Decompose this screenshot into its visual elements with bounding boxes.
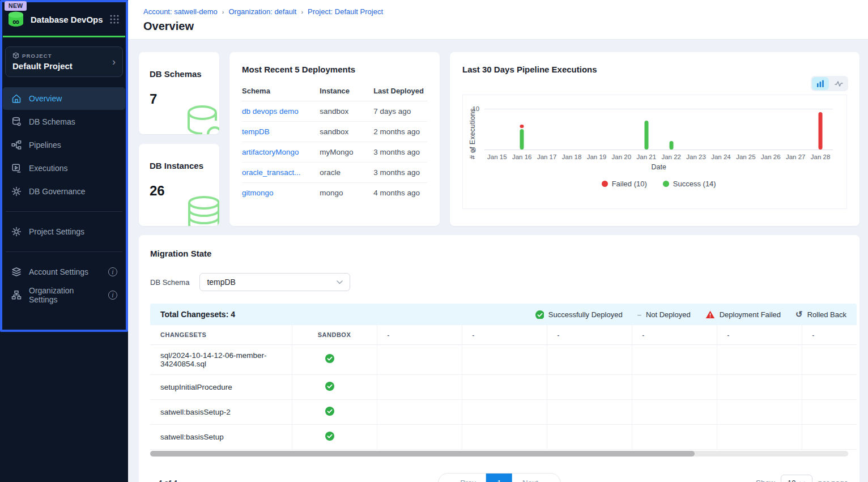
changesets-summary-bar: Total Changesets: 4 Successfully Deploye… xyxy=(150,304,857,325)
chart-slot xyxy=(509,109,534,150)
column-header: Instance xyxy=(320,82,373,101)
cube-icon xyxy=(12,52,19,59)
sidebar-nav-project: Project Settings xyxy=(0,220,128,243)
schema-link[interactable]: tempDB xyxy=(242,127,270,136)
next-page-button[interactable]: Next → xyxy=(512,474,560,482)
chart-slot xyxy=(584,109,609,150)
last-deployed-cell: 2 months ago xyxy=(373,122,427,142)
breadcrumb-organization[interactable]: Organization: default xyxy=(228,7,296,16)
recent-deployments-card: Most Recent 5 Deployments Schema Instanc… xyxy=(229,52,440,226)
legend-item[interactable]: Success (14) xyxy=(663,180,716,188)
last-deployed-cell: 4 months ago xyxy=(373,183,427,203)
project-label: PROJECT xyxy=(22,53,52,59)
chart-slot xyxy=(709,109,734,150)
empty-cell xyxy=(632,344,717,374)
x-tick: Jan 15 xyxy=(484,153,509,160)
line-chart-toggle-button[interactable] xyxy=(830,77,847,90)
last-deployed-cell: 7 days ago xyxy=(373,101,427,122)
gear-icon xyxy=(11,227,22,237)
changeset-name: setupInitialProcedure xyxy=(150,374,292,399)
chart-slot xyxy=(758,109,783,150)
check-circle-icon xyxy=(325,410,335,418)
bar-chart-toggle-button[interactable] xyxy=(812,77,829,90)
db-schema-select[interactable]: tempDB xyxy=(199,273,350,291)
pagination: 4 of 4 ← Prev 1 Next → Show 10 xyxy=(150,473,848,482)
sidebar-item-db-governance[interactable]: DB Governance xyxy=(3,180,125,203)
sandbox-status-cell xyxy=(292,374,377,399)
home-icon xyxy=(11,93,22,104)
schema-link[interactable]: oracle_transact... xyxy=(242,168,301,177)
instance-cell: myMongo xyxy=(320,142,373,163)
stat-label: DB Schemas xyxy=(150,69,219,79)
nav-divider xyxy=(6,251,122,252)
sidebar-nav: OverviewDB SchemasPipelinesExecutionsDB … xyxy=(0,87,128,203)
info-icon[interactable]: i xyxy=(108,291,117,300)
breadcrumb-account[interactable]: Account: satwell-demo xyxy=(143,7,218,16)
x-tick: Jan 28 xyxy=(808,153,833,160)
empty-cell xyxy=(802,374,857,399)
page-size-select[interactable]: 10 xyxy=(781,475,812,482)
sidebar-item-overview[interactable]: Overview xyxy=(3,87,125,110)
check-circle-icon xyxy=(325,434,335,443)
column-header: - xyxy=(377,325,462,344)
changesets-table: CHANGESETSSANDBOX------ sql/2024-10-14-1… xyxy=(150,325,857,450)
card-title: Most Recent 5 Deployments xyxy=(242,65,427,74)
sidebar-item-label: DB Schemas xyxy=(29,117,125,126)
sidebar-item-label: DB Governance xyxy=(29,187,125,196)
empty-cell xyxy=(462,374,547,399)
column-header: - xyxy=(547,325,632,344)
pipeline-icon xyxy=(11,140,22,150)
empty-cell xyxy=(377,374,462,399)
project-name: Default Project xyxy=(12,61,112,71)
prev-page-button[interactable]: ← Prev xyxy=(439,474,486,482)
schema-link[interactable]: db devops demo xyxy=(242,107,299,116)
schema-link[interactable]: gitmongo xyxy=(242,189,274,197)
app-grid-icon[interactable] xyxy=(109,14,120,25)
new-badge: NEW xyxy=(5,1,27,11)
sidebar-item-organization-settings[interactable]: Organization Settingsi xyxy=(3,284,125,306)
sidebar-item-db-schemas[interactable]: DB Schemas xyxy=(3,110,125,133)
status-legend: Successfully Deployed–Not DeployedDeploy… xyxy=(535,309,846,319)
empty-cell xyxy=(377,344,462,374)
column-header: Schema xyxy=(242,82,320,101)
db-schema-selected-value: tempDB xyxy=(207,278,337,287)
sidebar-item-project-settings[interactable]: Project Settings xyxy=(3,220,125,243)
chart-slot xyxy=(808,109,833,150)
chart-bars-area: 10 0 xyxy=(484,109,833,150)
x-tick: Jan 18 xyxy=(559,153,584,160)
empty-cell xyxy=(377,399,462,424)
breadcrumb: Account: satwell-demo › Organization: de… xyxy=(143,7,868,16)
org-icon xyxy=(11,290,22,300)
check-circle-icon xyxy=(325,357,335,365)
page-number-button[interactable]: 1 xyxy=(486,474,512,482)
sidebar-item-executions[interactable]: Executions xyxy=(3,157,125,180)
schema-link[interactable]: artifactoryMongo xyxy=(242,148,299,156)
sidebar-item-account-settings[interactable]: Account Settingsi xyxy=(3,261,125,283)
changeset-name: satwell:basisSetup-2 xyxy=(150,399,292,424)
last-deployed-cell: 3 months ago xyxy=(373,163,427,183)
legend-item[interactable]: Failed (10) xyxy=(602,180,647,188)
empty-cell xyxy=(377,424,462,449)
scrollbar-thumb[interactable] xyxy=(150,451,695,457)
status-legend-item: –Not Deployed xyxy=(637,310,691,319)
dash-icon: – xyxy=(637,310,641,319)
info-icon[interactable]: i xyxy=(108,267,117,276)
chart-title: Last 30 Days Pipeline Executions xyxy=(462,65,847,74)
check-icon xyxy=(535,310,544,319)
changeset-row: setupInitialProcedure xyxy=(150,374,857,399)
x-tick: Jan 19 xyxy=(584,153,609,160)
migration-state-panel: Migration State DB Schema tempDB Total C… xyxy=(139,235,860,482)
deployments-table: Schema Instance Last Deployed db devops … xyxy=(242,82,427,203)
sidebar-item-label: Overview xyxy=(29,94,125,103)
sandbox-status-cell xyxy=(292,344,377,374)
empty-cell xyxy=(462,424,547,449)
breadcrumb-project[interactable]: Project: Default Project xyxy=(308,7,383,16)
stat-label: DB Instances xyxy=(150,161,219,170)
pipeline-executions-card: Last 30 Days Pipeline Executions xyxy=(450,52,860,226)
sidebar-item-pipelines[interactable]: Pipelines xyxy=(3,134,125,156)
empty-cell xyxy=(717,424,802,449)
x-axis-ticks: Jan 15Jan 16Jan 17Jan 18Jan 19Jan 20Jan … xyxy=(484,153,833,160)
layers-icon xyxy=(11,267,22,277)
project-selector[interactable]: PROJECT Default Project › xyxy=(5,46,123,77)
column-header: - xyxy=(717,325,802,344)
